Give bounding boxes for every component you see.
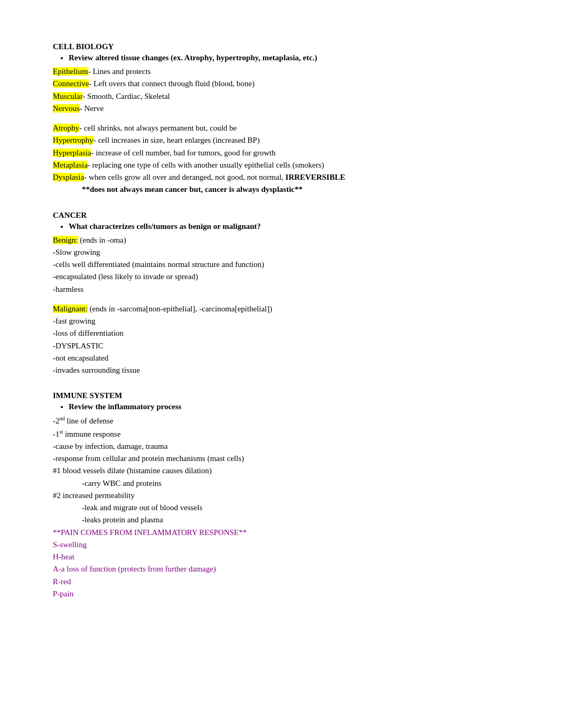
hypertrophy-line: Hypertrophy- cell increases in size, hea… — [53, 134, 508, 146]
second-line-defense: -2nd line of defense — [53, 414, 508, 427]
r-red: R-red — [53, 576, 508, 588]
h-heat: H-heat — [53, 551, 508, 563]
irreversible-text: IRREVERSIBLE — [285, 173, 345, 181]
malignant-dysplastic: -DYSPLASTIC — [53, 340, 508, 352]
benign-highlight: Benign: — [53, 236, 78, 244]
cell-biology-title: CELL BIOLOGY — [53, 42, 508, 51]
cancer-title: CANCER — [53, 211, 508, 220]
malignant-header: Malignant: (ends in -sarcoma[non-epithel… — [53, 303, 508, 315]
nervous-highlight: Nervous — [53, 104, 80, 113]
leaks-protein-line: -leaks protein and plasma — [82, 514, 508, 526]
malignant-highlight: Malignant: — [53, 305, 88, 313]
permeability-line: #2 increased permeability — [53, 490, 508, 502]
cell-biology-section: CELL BIOLOGY Review altered tissue chang… — [53, 42, 508, 196]
immune-system-title: IMMUNE SYSTEM — [53, 391, 508, 400]
atrophy-line: Atrophy- cell shrinks, not always perman… — [53, 122, 508, 134]
metaplasia-highlight: Metaplasia — [53, 161, 88, 169]
gap2 — [53, 296, 508, 303]
malignant-invades: -invades surrounding tissue — [53, 364, 508, 376]
hypertrophy-highlight: Hypertrophy — [53, 136, 94, 144]
leak-migrate-line: -leak and migrate out of blood vessels — [82, 502, 508, 514]
connective-line: Connective- Left overs that connect thro… — [53, 78, 508, 90]
cancer-bullet: What characterizes cells/tumors as benig… — [69, 222, 508, 231]
cell-biology-bullet-list: Review altered tissue changes (ex. Atrop… — [69, 53, 508, 62]
metaplasia-line: Metaplasia- replacing one type of cells … — [53, 159, 508, 171]
benign-differentiated: -cells well differentiated (maintains no… — [53, 259, 508, 271]
first-immune-response: -1st immune response — [53, 428, 508, 440]
epithelium-highlight: Epithelium — [53, 67, 88, 76]
malignant-differentiation: -loss of differentiation — [53, 327, 508, 339]
carry-wbc-line: -carry WBC and proteins — [82, 477, 508, 490]
pain-comes-from: **PAIN COMES FROM INFLAMMATORY RESPONSE*… — [53, 527, 508, 539]
muscular-line: Muscular- Smooth, Cardiac, Skeletal — [53, 90, 508, 103]
benign-harmless: -harmless — [53, 283, 508, 296]
dysplasia-highlight: Dysplasia — [53, 173, 84, 181]
blood-vessels-line: #1 blood vessels dilate (histamine cause… — [53, 465, 508, 477]
cell-biology-bullet: Review altered tissue changes (ex. Atrop… — [69, 53, 508, 62]
cause-line: -cause by infection, damage, trauma — [53, 440, 508, 453]
nd-superscript: nd — [60, 416, 65, 421]
response-line: -response from cellular and protein mech… — [53, 453, 508, 465]
st-superscript: st — [60, 429, 63, 435]
benign-header: Benign: (ends in -oma) — [53, 234, 508, 246]
gap1 — [53, 115, 508, 122]
p-pain: P-pain — [53, 588, 508, 600]
s-swelling: S-swelling — [53, 539, 508, 551]
connective-highlight: Connective — [53, 79, 89, 88]
a-loss-function: A-a loss of function (protects from furt… — [53, 563, 508, 575]
dysplasia-line: Dysplasia- when cells grow all over and … — [53, 171, 508, 183]
immune-bullet: Review the inflammatory process — [69, 402, 508, 411]
immune-bullet-list: Review the inflammatory process — [69, 402, 508, 411]
cancer-section: CANCER What characterizes cells/tumors a… — [53, 211, 508, 377]
hyperplasia-line: Hyperplasia- increase of cell number, ba… — [53, 147, 508, 159]
muscular-highlight: Muscular — [53, 92, 82, 100]
nervous-line: Nervous- Nerve — [53, 103, 508, 115]
benign-encapsulated: -encapsulated (less likely to invade or … — [53, 271, 508, 283]
epithelium-line: Epithelium- Lines and protects — [53, 66, 508, 78]
hyperplasia-highlight: Hyperplasia — [53, 149, 91, 157]
malignant-fast: -fast growing — [53, 315, 508, 327]
immune-system-section: IMMUNE SYSTEM Review the inflammatory pr… — [53, 391, 508, 600]
dysplastic-note: **does not always mean cancer but, cance… — [82, 183, 508, 196]
cancer-bullet-list: What characterizes cells/tumors as benig… — [69, 222, 508, 231]
benign-slow: -Slow growing — [53, 246, 508, 259]
atrophy-highlight: Atrophy — [53, 124, 79, 132]
malignant-encapsulated: -not encapsulated — [53, 352, 508, 364]
